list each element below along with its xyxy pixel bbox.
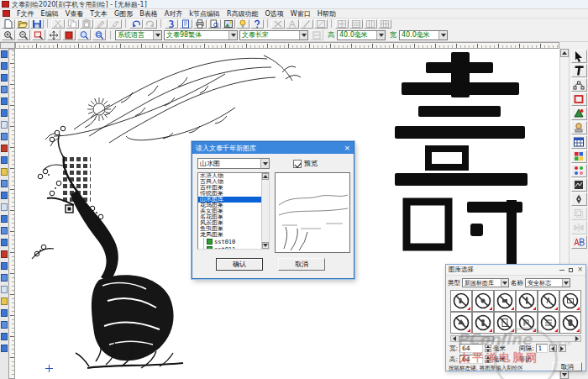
scroll-left-icon[interactable] [451, 336, 458, 341]
tip-lamp-icon[interactable] [236, 19, 249, 29]
zoom-in-icon[interactable] [2, 29, 15, 40]
table-insert-icon[interactable] [349, 19, 363, 29]
undo-icon[interactable] [129, 19, 143, 29]
menu-options[interactable]: O选项 [265, 9, 283, 18]
list-item[interactable]: 吉祥图案 [198, 185, 262, 191]
scroll-right-icon[interactable] [574, 336, 580, 341]
chevron-down-icon[interactable] [153, 31, 161, 39]
menu-align[interactable]: A对齐 [165, 9, 182, 18]
tree-item[interactable]: sst010 [198, 238, 269, 245]
prohibition-sign-icon[interactable] [559, 290, 581, 312]
tool-icon[interactable] [1, 133, 8, 140]
chevron-down-icon[interactable] [376, 31, 385, 39]
chevron-down-icon[interactable] [228, 31, 237, 39]
tool-icon[interactable] [1, 297, 8, 305]
plot-language-combo[interactable]: 系统语言 [115, 30, 162, 40]
scroll-up-icon[interactable] [262, 173, 269, 180]
pen-tool-icon[interactable] [571, 192, 587, 206]
tool-icon[interactable] [1, 86, 8, 93]
paste-icon[interactable] [80, 19, 93, 29]
text-tool-icon[interactable] [571, 64, 587, 77]
width-spinner[interactable] [485, 344, 491, 353]
list-item[interactable]: 传统图案 [198, 191, 262, 197]
maximize-icon[interactable] [569, 268, 573, 272]
tool-icon[interactable] [1, 74, 8, 82]
table-merge-icon[interactable] [364, 19, 377, 29]
kerning-tool-icon[interactable] [571, 235, 587, 249]
menu-edit[interactable]: E编辑 [41, 9, 59, 18]
slash-tool-icon[interactable] [300, 19, 313, 29]
menu-shape[interactable]: G图形 [114, 9, 133, 18]
letter-tool-icon[interactable] [286, 19, 299, 29]
palette-grid-icon[interactable] [571, 150, 587, 163]
tool-icon[interactable] [1, 168, 8, 176]
prohibition-sign-icon[interactable] [472, 290, 494, 312]
font-combo-1[interactable]: 文泰98繁体 [164, 30, 238, 40]
prohibition-sign-icon[interactable] [516, 312, 538, 334]
sign-width-field[interactable]: 64 [459, 344, 483, 353]
tool-icon[interactable] [1, 62, 8, 70]
scroll-down-icon[interactable] [262, 242, 269, 249]
fill-color-icon[interactable] [62, 29, 76, 40]
prohibition-sign-icon[interactable] [538, 290, 559, 312]
preview-checkbox-row[interactable]: 预览 [293, 159, 318, 168]
select-arrow-icon[interactable] [571, 50, 587, 63]
tool-icon[interactable] [1, 50, 8, 58]
chevron-down-icon[interactable] [562, 279, 570, 287]
width-combo[interactable]: 40.0毫米 [399, 30, 448, 40]
list-item[interactable]: 美女图案 [198, 208, 262, 214]
list-item[interactable]: 风景图案 [198, 220, 262, 226]
prohibition-sign-icon[interactable] [472, 312, 494, 334]
lock-size-icon[interactable] [310, 29, 323, 40]
tool-icon[interactable] [1, 97, 8, 105]
sign-height-field[interactable]: 64 [459, 355, 483, 364]
new-file-icon[interactable] [2, 19, 15, 29]
tool-icon[interactable] [1, 192, 8, 199]
gap-field[interactable]: 1 [536, 344, 548, 353]
prohibition-sign-icon[interactable] [450, 312, 472, 334]
tool-icon[interactable] [1, 121, 8, 129]
height-combo[interactable]: 40.0毫米 [337, 30, 386, 40]
node-pen-icon[interactable] [314, 19, 328, 29]
tool-icon[interactable] [1, 180, 8, 187]
chevron-down-icon[interactable] [438, 31, 447, 39]
curve-tool-icon[interactable] [165, 19, 178, 29]
node-edit-icon[interactable] [571, 78, 587, 92]
prohibition-sign-icon[interactable] [516, 290, 538, 312]
tool-icon[interactable] [1, 333, 8, 340]
format-paint-icon[interactable] [94, 19, 108, 29]
color-fill-tool-icon[interactable] [571, 107, 587, 120]
list-item-selected[interactable]: 山水图库 [198, 197, 262, 203]
close-icon[interactable]: × [344, 145, 350, 152]
tool-icon[interactable] [1, 203, 8, 211]
table-split-icon[interactable] [378, 19, 391, 29]
tool-icon[interactable] [1, 345, 8, 352]
gap-decrease-icon[interactable] [549, 345, 557, 352]
table-tool-icon[interactable] [571, 135, 587, 149]
palette-hscrollbar[interactable] [450, 335, 581, 342]
table-borders-icon[interactable] [335, 19, 349, 29]
pan-icon[interactable] [47, 29, 60, 40]
scroll-up-icon[interactable] [560, 49, 569, 57]
print-icon[interactable] [193, 19, 207, 29]
cut-plot-icon[interactable] [271, 19, 285, 29]
height-spinner[interactable] [485, 355, 491, 364]
list-item[interactable]: 名花图案 [198, 214, 262, 220]
cancel-button[interactable]: 取消 [278, 258, 325, 271]
menu-text[interactable]: T文本 [90, 9, 108, 18]
palette-cancel-button[interactable]: 取消 [552, 362, 582, 371]
mirror-tool-icon[interactable] [571, 221, 587, 234]
tool-icon[interactable] [1, 274, 8, 282]
name-combo[interactable]: 安全标志 [525, 278, 570, 287]
list-item[interactable]: 水浒人物 [198, 173, 262, 179]
chevron-down-icon[interactable] [260, 159, 269, 168]
page-setup-icon[interactable] [179, 19, 192, 29]
zoom-all-icon[interactable] [92, 29, 106, 40]
rect-tool-icon[interactable] [571, 92, 587, 106]
scrollbar-thumb[interactable] [459, 336, 494, 341]
cut-icon[interactable] [51, 19, 65, 29]
print-preview-icon[interactable] [207, 19, 221, 29]
tree-item[interactable]: sst011 [198, 245, 269, 250]
align-dots-icon[interactable] [571, 164, 587, 177]
font-combo-2[interactable]: 文泰长宋 [239, 30, 308, 40]
